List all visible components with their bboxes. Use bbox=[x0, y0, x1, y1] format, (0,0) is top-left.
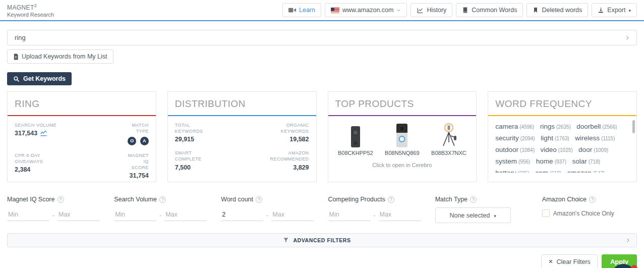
competing-products-min-input[interactable] bbox=[328, 209, 371, 221]
word-frequency-item[interactable]: light1763 bbox=[541, 133, 569, 142]
search-volume-max-input[interactable] bbox=[164, 209, 207, 221]
product-asin: B08B3X7NXC bbox=[426, 150, 473, 156]
word-frequency-item[interactable]: rings2635 bbox=[540, 122, 571, 130]
help-icon[interactable] bbox=[256, 196, 262, 203]
search-volume-filter-label: Search Volume bbox=[114, 196, 157, 203]
competing-products-filter: Competing Products - bbox=[328, 196, 423, 223]
word-frequency-item[interactable]: video1025 bbox=[540, 145, 572, 153]
smart-complete-stat: SMART COMPLETE 7,500 bbox=[175, 150, 242, 171]
product-asin: B08N5NQ869 bbox=[379, 150, 426, 156]
word-frequency-item[interactable]: doorbell2566 bbox=[576, 122, 617, 130]
main-content: Upload Keywords from My List Get Keyword… bbox=[0, 30, 644, 268]
search-volume-label: SEARCH VOLUME bbox=[15, 122, 57, 128]
export-button-label: Export bbox=[607, 7, 625, 14]
common-words-button-label: Common Words bbox=[472, 7, 517, 14]
ring-stats: SEARCH VOLUME 317,543 MATCH TYPE O A CPR… bbox=[8, 116, 156, 182]
expand-search-chevron-icon[interactable] bbox=[624, 35, 630, 41]
app-title-text: MAGNET bbox=[7, 4, 34, 11]
word-frequency-list: camera4596 rings2635 doorbell2566 securi… bbox=[488, 116, 636, 173]
total-keywords-stat: TOTAL KEYWORDS 29,915 bbox=[175, 122, 242, 143]
help-icon[interactable] bbox=[159, 196, 166, 203]
filters-row: Magnet IQ Score - Search Volume - Word c… bbox=[7, 196, 637, 223]
clear-filters-button-label: Clear Filters bbox=[557, 258, 591, 265]
ring-summary-panel: RING SEARCH VOLUME 317,543 MATCH TYPE O … bbox=[7, 91, 156, 182]
top-bar-actions: Learn www.amazon.com History Common Word… bbox=[282, 3, 637, 17]
amazon-choice-checkbox[interactable] bbox=[542, 209, 550, 217]
word-frequency-item[interactable]: door1009 bbox=[578, 145, 608, 153]
help-icon[interactable] bbox=[388, 196, 394, 203]
panel-title-ring: RING bbox=[8, 92, 156, 116]
top-products-panel: TOP PRODUCTS B08CKHPP52 B08N5NQ869 B08B3… bbox=[328, 91, 477, 182]
word-frequency-item[interactable]: system956 bbox=[495, 156, 530, 165]
caret-down-icon bbox=[494, 212, 496, 219]
caret-down-icon bbox=[628, 7, 631, 14]
word-count-max-input[interactable] bbox=[271, 209, 314, 221]
history-button[interactable]: History bbox=[411, 3, 452, 17]
filter-actions: ✕ Clear Filters Apply bbox=[7, 254, 637, 268]
search-volume-filter: Search Volume - bbox=[114, 196, 209, 223]
product-item[interactable]: B08B3X7NXC bbox=[426, 122, 473, 156]
product-image-doorbell-dark bbox=[332, 122, 379, 147]
word-frequency-item[interactable]: cam618 bbox=[535, 168, 561, 173]
competing-products-max-input[interactable] bbox=[379, 209, 421, 221]
clear-filters-button[interactable]: ✕ Clear Filters bbox=[541, 254, 598, 268]
magnet-iq-max-input[interactable] bbox=[57, 209, 100, 221]
marketplace-selector[interactable]: www.amazon.com bbox=[325, 3, 407, 17]
get-keywords-row: Get Keywords bbox=[7, 64, 637, 85]
search-volume-min-input[interactable] bbox=[114, 209, 156, 221]
common-words-button[interactable]: Common Words bbox=[456, 3, 523, 17]
learn-button[interactable]: Learn bbox=[282, 3, 321, 17]
download-icon bbox=[598, 7, 604, 14]
match-type-dropdown-value: None selected bbox=[449, 212, 490, 219]
word-frequency-item[interactable]: wireless1115 bbox=[575, 133, 615, 142]
amazon-match-badge[interactable]: A bbox=[140, 137, 149, 145]
amazon-choice-filter: Amazon Choice Amazon's Choice Only bbox=[542, 196, 637, 223]
magnet-iq-score-value: 31,754 bbox=[130, 172, 149, 179]
us-flag-icon bbox=[331, 8, 339, 13]
match-type-dropdown[interactable]: None selected bbox=[435, 207, 511, 223]
cpr-giveaways-label: CPR 8-DAY GIVEAWAYS bbox=[15, 152, 57, 165]
match-type-filter: Match Type None selected bbox=[435, 196, 530, 223]
word-count-min-input[interactable] bbox=[221, 209, 263, 221]
magnet-iq-min-input[interactable] bbox=[7, 209, 49, 221]
keyword-search-bar bbox=[7, 30, 637, 45]
trend-chart-icon[interactable] bbox=[40, 130, 47, 136]
scrollbar-thumb[interactable] bbox=[632, 120, 635, 133]
word-frequency-item[interactable]: battery685 bbox=[495, 168, 530, 173]
get-keywords-button[interactable]: Get Keywords bbox=[7, 72, 72, 85]
organic-match-badge[interactable]: O bbox=[128, 137, 136, 145]
help-icon[interactable] bbox=[57, 196, 64, 203]
deleted-words-button[interactable]: Deleted words bbox=[526, 3, 588, 17]
panel-title-distribution: DISTRIBUTION bbox=[168, 92, 316, 116]
search-volume-value: 317,543 bbox=[15, 130, 37, 137]
amazon-choice-checkbox-row[interactable]: Amazon's Choice Only bbox=[542, 209, 637, 217]
word-frequency-item[interactable]: solar718 bbox=[572, 156, 600, 165]
file-upload-icon bbox=[13, 53, 19, 60]
export-button[interactable]: Export bbox=[592, 3, 637, 17]
keyword-search-input[interactable] bbox=[14, 33, 624, 42]
upload-keywords-button[interactable]: Upload Keywords from My List bbox=[7, 49, 113, 64]
total-keywords-label: TOTAL KEYWORDS bbox=[175, 122, 217, 134]
word-frequency-item[interactable]: outdoor1084 bbox=[495, 145, 535, 153]
total-keywords-value: 29,915 bbox=[175, 136, 194, 143]
word-frequency-item[interactable]: amazon547 bbox=[567, 168, 605, 173]
word-frequency-item[interactable]: camera4596 bbox=[495, 122, 534, 130]
word-frequency-item[interactable]: home937 bbox=[536, 156, 566, 165]
help-icon[interactable] bbox=[470, 196, 477, 203]
competing-products-filter-label: Competing Products bbox=[328, 196, 385, 203]
notification-dot-icon bbox=[631, 265, 637, 268]
search-icon bbox=[13, 76, 20, 82]
product-item[interactable]: B08N5NQ869 bbox=[379, 122, 426, 156]
history-chart-icon bbox=[417, 7, 424, 14]
word-count-filter: Word count - bbox=[221, 196, 316, 223]
product-image-doorbell-silver bbox=[379, 122, 426, 147]
word-frequency-item[interactable]: security2094 bbox=[495, 133, 535, 142]
history-button-label: History bbox=[427, 7, 446, 14]
advanced-filters-toggle[interactable]: ADVANCED FILTERS bbox=[7, 233, 637, 247]
product-item[interactable]: B08CKHPP52 bbox=[332, 122, 379, 156]
magnet-keyword-research-page: { "colors": { "header_blue": "#4a90d2", … bbox=[0, 0, 644, 268]
amazon-choice-filter-label: Amazon Choice bbox=[542, 196, 587, 203]
magnet-iq-score-filter-label: Magnet IQ Score bbox=[7, 196, 55, 203]
match-type-stat: MATCH TYPE O A bbox=[82, 122, 149, 145]
help-icon[interactable] bbox=[589, 196, 596, 203]
